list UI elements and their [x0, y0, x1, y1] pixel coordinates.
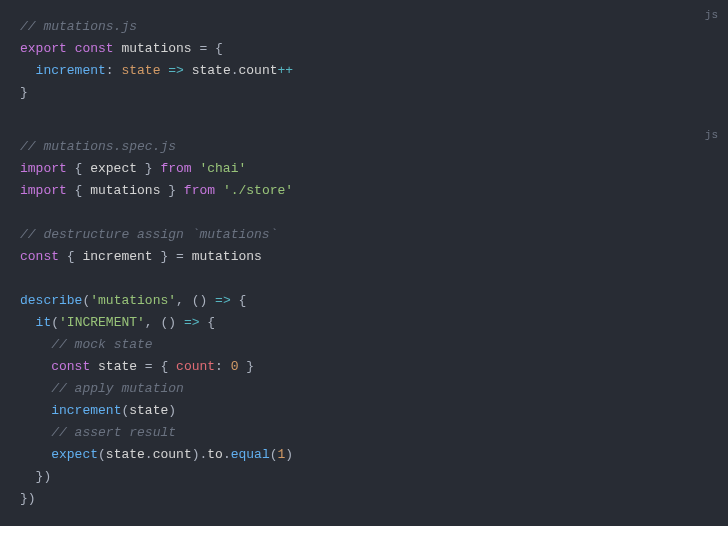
code-line: }	[20, 82, 708, 104]
code-line: // destructure assign `mutations`	[20, 224, 708, 246]
code-block-spec: js // mutations.spec.js import { expect …	[0, 120, 728, 526]
code-line: // mutations.spec.js	[20, 136, 708, 158]
language-label: js	[705, 4, 718, 26]
code-line: // apply mutation	[20, 378, 708, 400]
code-line: expect(state.count).to.equal(1)	[20, 444, 708, 466]
code-line: it('INCREMENT', () => {	[20, 312, 708, 334]
code-line: import { expect } from 'chai'	[20, 158, 708, 180]
code-line: // mock state	[20, 334, 708, 356]
code-line	[20, 268, 708, 290]
code-line: })	[20, 466, 708, 488]
code-block-mutations: js // mutations.js export const mutation…	[0, 0, 728, 120]
code-line: increment(state)	[20, 400, 708, 422]
code-line: describe('mutations', () => {	[20, 290, 708, 312]
code-line: export const mutations = {	[20, 38, 708, 60]
code-line: const state = { count: 0 }	[20, 356, 708, 378]
code-line: import { mutations } from './store'	[20, 180, 708, 202]
code-line	[20, 202, 708, 224]
code-line: })	[20, 488, 708, 510]
code-line: // mutations.js	[20, 16, 708, 38]
language-label: js	[705, 124, 718, 146]
code-line: // assert result	[20, 422, 708, 444]
code-line: increment: state => state.count++	[20, 60, 708, 82]
code-line: const { increment } = mutations	[20, 246, 708, 268]
